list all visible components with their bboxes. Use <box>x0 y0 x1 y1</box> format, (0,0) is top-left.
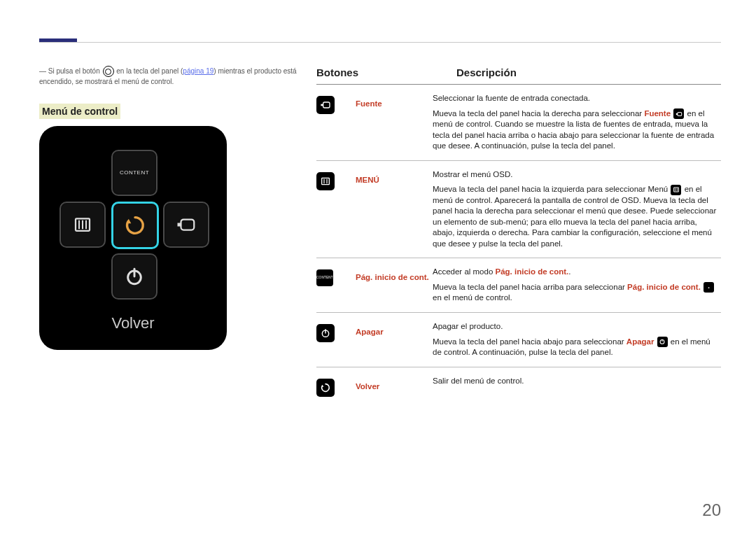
body-pre: Mueva la tecla del panel hacia la derech… <box>433 109 644 118</box>
intro-post: . <box>568 267 570 276</box>
panel-button-icon <box>103 66 114 77</box>
page-number: 20 <box>702 499 721 521</box>
inline-source-icon <box>673 108 684 119</box>
control-pad: CONTENT <box>39 126 227 350</box>
row-icon-cell <box>316 93 356 114</box>
pad-power-button[interactable] <box>111 253 158 300</box>
svg-marker-12 <box>676 113 678 115</box>
svg-marker-6 <box>178 223 181 227</box>
row-intro: Seleccionar la fuente de entrada conecta… <box>433 93 721 104</box>
svg-marker-4 <box>126 219 131 223</box>
inline-power-icon <box>657 337 668 347</box>
row-body: Mueva la tecla del panel hacia abajo par… <box>433 337 721 358</box>
body-pre: Mueva la tecla del panel hacia arriba pa… <box>433 283 627 291</box>
body-pre: Mueva la tecla del panel hacia la izquie… <box>433 185 670 193</box>
table-header: Botones Descripción <box>316 66 721 85</box>
svg-rect-13 <box>322 178 330 184</box>
intro-pre: Acceder al modo <box>433 267 496 276</box>
svg-rect-9 <box>323 102 330 108</box>
row-desc: Seleccionar la fuente de entrada conecta… <box>433 93 721 152</box>
note-text-mid1: en la tecla del panel ( <box>115 67 183 75</box>
pad-source-button[interactable] <box>163 202 209 248</box>
body-pre: Mueva la tecla del panel hacia abajo par… <box>433 337 626 346</box>
th-botones: Botones <box>316 66 456 80</box>
pad-menu-button[interactable] <box>59 202 106 248</box>
svg-rect-5 <box>181 220 195 230</box>
row-icon-cell <box>316 169 356 190</box>
pad-volver-label: Volver <box>39 313 227 334</box>
menu-icon <box>72 214 93 235</box>
svg-marker-10 <box>321 104 323 106</box>
row-desc: Acceder al modo Pág. inicio de cont.. Mu… <box>433 267 721 304</box>
row-body: Mueva la tecla del panel hacia la derech… <box>433 108 721 152</box>
row-label: Fuente <box>356 93 433 110</box>
th-descripcion: Descripción <box>456 66 721 80</box>
row-intro: Salir del menú de control. <box>433 376 721 387</box>
table-row: MENÚ Mostrar el menú OSD. Mueva la tecla… <box>316 161 721 259</box>
note-text-pre: Si pulsa el botón <box>48 67 102 75</box>
row-label: MENÚ <box>356 169 433 186</box>
power-icon <box>123 265 146 288</box>
inline-content-icon: ■ <box>704 282 714 293</box>
return-icon <box>123 213 147 237</box>
pad-content-label: CONTENT <box>120 169 149 177</box>
row-intro: Acceder al modo Pág. inicio de cont.. <box>433 267 721 278</box>
table-row: Volver Salir del menú de control. <box>316 367 721 405</box>
control-menu-title: Menú de control <box>39 104 120 120</box>
svg-rect-11 <box>678 112 682 115</box>
menu-icon <box>316 172 335 190</box>
inline-menu-icon <box>671 185 681 195</box>
row-body: Mueva la tecla del panel hacia arriba pa… <box>433 282 721 304</box>
left-column: ― Si pulsa el botón en la tecla del pane… <box>39 66 298 350</box>
row-desc: Mostrar el menú OSD. Mueva la tecla del … <box>433 169 721 250</box>
return-icon <box>316 379 335 397</box>
pad-return-button[interactable] <box>111 202 159 249</box>
power-icon <box>316 324 335 342</box>
pad-content-button[interactable]: CONTENT <box>111 150 158 196</box>
body-post: en el menú de control. <box>433 293 512 302</box>
row-label: Pág. inicio de cont. <box>356 267 433 283</box>
svg-rect-16 <box>674 188 679 192</box>
body-hl: Pág. inicio de cont. <box>627 283 701 291</box>
row-desc: Apagar el producto. Mueva la tecla del p… <box>433 321 721 358</box>
info-note: ― Si pulsa el botón en la tecla del pane… <box>39 66 298 87</box>
body-hl: Fuente <box>644 109 671 118</box>
page-ref-link[interactable]: página 19 <box>183 67 214 75</box>
page: ― Si pulsa el botón en la tecla del pane… <box>0 0 756 534</box>
row-label: Apagar <box>356 321 433 338</box>
row-desc: Salir del menú de control. <box>433 376 721 387</box>
row-icon-cell <box>316 376 356 397</box>
row-label: Volver <box>356 376 433 393</box>
table-row: Apagar Apagar el producto. Mueva la tecl… <box>316 313 721 367</box>
row-icon-cell: CONTENT <box>316 267 356 286</box>
table-row: Fuente Seleccionar la fuente de entrada … <box>316 85 721 161</box>
row-body: Mueva la tecla del panel hacia la izquie… <box>433 184 721 249</box>
table-row: CONTENT Pág. inicio de cont. Acceder al … <box>316 258 721 313</box>
source-icon <box>176 214 197 235</box>
row-icon-cell <box>316 321 356 342</box>
header-divider <box>39 42 721 43</box>
right-column: Botones Descripción Fuente Seleccionar l… <box>316 66 721 405</box>
svg-marker-23 <box>321 384 323 386</box>
body-hl: Apagar <box>626 337 654 346</box>
row-intro: Mostrar el menú OSD. <box>433 169 721 181</box>
source-icon <box>316 96 335 114</box>
content-icon: CONTENT <box>316 269 333 286</box>
intro-hl: Pág. inicio de cont. <box>496 267 569 276</box>
row-intro: Apagar el producto. <box>433 321 721 332</box>
